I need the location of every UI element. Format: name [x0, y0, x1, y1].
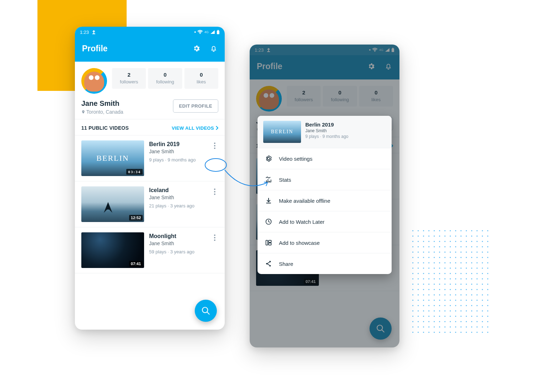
- menu-item-label: Add to showcase: [279, 240, 320, 246]
- gear-icon: [193, 45, 200, 52]
- menu-item-label: Add to Watch Later: [279, 219, 325, 225]
- svg-point-14: [269, 265, 271, 267]
- svg-rect-2: [218, 30, 219, 31]
- wifi-icon: [197, 30, 203, 34]
- video-meta: 21 plays · 3 years ago: [149, 203, 206, 208]
- stats-icon: [265, 176, 272, 183]
- location-pin-icon: [81, 109, 85, 114]
- battery-icon: [216, 30, 220, 35]
- sheet-thumbnail: BERLIN: [263, 121, 301, 143]
- phone-action-sheet: 1:23 4G Profile 2followers 0foll: [250, 45, 399, 347]
- download-icon: [265, 197, 272, 204]
- likes-label: likes: [184, 79, 218, 84]
- decorative-dots: [410, 228, 489, 335]
- followers-label: followers: [112, 79, 146, 84]
- search-icon: [201, 306, 210, 315]
- upload-icon: [92, 30, 96, 34]
- videos-section-header: 11 PUBLIC VIDEOS VIEW ALL VIDEOS: [75, 119, 225, 135]
- settings-button[interactable]: [193, 45, 200, 52]
- signal-icon: [210, 30, 215, 34]
- video-row[interactable]: 12:52 Iceland Jane Smith 21 plays · 3 ye…: [75, 181, 225, 227]
- sheet-header: BERLIN Berlin 2019 Jane Smith 9 plays · …: [258, 116, 392, 148]
- view-all-videos-link[interactable]: VIEW ALL VIDEOS: [172, 125, 218, 131]
- bell-icon: [210, 45, 218, 52]
- app-bar: Profile: [75, 37, 225, 62]
- video-meta: 9 plays · 9 months ago: [149, 157, 206, 163]
- followers-count: 2: [112, 72, 146, 78]
- video-row[interactable]: BERLIN 03:34 Berlin 2019 Jane Smith 9 pl…: [75, 135, 225, 181]
- svg-point-0: [200, 33, 201, 34]
- svg-point-13: [269, 261, 271, 262]
- gear-icon: [265, 155, 272, 162]
- profile-header: 2 followers 0 following 0 likes Jane Smi…: [75, 62, 225, 119]
- menu-item-label: Video settings: [279, 156, 312, 162]
- video-thumbnail: 07:41: [81, 232, 144, 268]
- following-label: following: [148, 79, 182, 84]
- share-icon: [265, 260, 272, 267]
- following-stat[interactable]: 0 following: [148, 68, 182, 89]
- following-count: 0: [148, 72, 182, 78]
- video-meta: 59 plays · 3 years ago: [149, 249, 206, 254]
- video-title: Iceland: [149, 187, 206, 194]
- video-more-button[interactable]: [211, 232, 218, 241]
- svg-rect-10: [269, 240, 271, 242]
- video-title: Moonlight: [149, 233, 206, 239]
- sheet-video-author: Jane Smith: [305, 128, 386, 133]
- svg-rect-1: [217, 31, 219, 34]
- menu-item-offline[interactable]: Make available offline: [258, 190, 392, 211]
- menu-item-video-settings[interactable]: Video settings: [258, 148, 392, 169]
- status-time: 1:23: [80, 30, 89, 35]
- menu-item-stats[interactable]: Stats: [258, 169, 392, 190]
- showcase-icon: [265, 239, 272, 246]
- edit-profile-button[interactable]: EDIT PROFILE: [173, 99, 218, 113]
- video-row[interactable]: 07:41 Moonlight Jane Smith 59 plays · 3 …: [75, 227, 225, 273]
- video-duration: 12:52: [129, 215, 143, 221]
- followers-stat[interactable]: 2 followers: [112, 68, 146, 89]
- video-author: Jane Smith: [149, 149, 206, 154]
- svg-rect-11: [269, 243, 271, 245]
- video-more-button[interactable]: [211, 186, 218, 195]
- network-label: 4G: [204, 30, 209, 34]
- phone-profile: 1:23 4G Profile 2 foll: [75, 27, 225, 330]
- sheet-video-meta: 9 plays · 9 months ago: [305, 134, 386, 139]
- menu-item-label: Make available offline: [279, 198, 330, 204]
- notifications-button[interactable]: [210, 45, 218, 52]
- profile-location: Toronto, Canada: [81, 109, 123, 115]
- chevron-right-icon: [215, 126, 218, 130]
- likes-count: 0: [184, 72, 218, 78]
- video-more-button[interactable]: [211, 140, 218, 149]
- menu-item-share[interactable]: Share: [258, 253, 392, 274]
- status-bar: 1:23 4G: [75, 27, 225, 37]
- status-dot-icon: [194, 31, 196, 33]
- svg-rect-9: [266, 240, 268, 245]
- profile-name: Jane Smith: [81, 99, 123, 108]
- video-author: Jane Smith: [149, 241, 206, 246]
- video-title: Berlin 2019: [149, 141, 206, 148]
- video-thumbnail: 12:52: [81, 186, 144, 222]
- sheet-video-title: Berlin 2019: [305, 122, 386, 128]
- menu-item-watch-later[interactable]: Add to Watch Later: [258, 211, 392, 232]
- video-duration: 03:34: [126, 169, 143, 175]
- likes-stat[interactable]: 0 likes: [184, 68, 218, 89]
- video-thumbnail: BERLIN 03:34: [81, 140, 144, 176]
- page-title: Profile: [82, 44, 108, 53]
- video-author: Jane Smith: [149, 195, 206, 200]
- menu-item-label: Share: [279, 261, 293, 267]
- menu-item-showcase[interactable]: Add to showcase: [258, 232, 392, 253]
- video-duration: 07:41: [129, 261, 143, 267]
- clock-icon: [265, 218, 272, 225]
- search-fab[interactable]: [195, 300, 217, 322]
- video-action-sheet: BERLIN Berlin 2019 Jane Smith 9 plays · …: [258, 116, 392, 274]
- videos-count-label: 11 PUBLIC VIDEOS: [81, 125, 129, 131]
- avatar[interactable]: [81, 68, 107, 94]
- menu-item-label: Stats: [279, 177, 291, 183]
